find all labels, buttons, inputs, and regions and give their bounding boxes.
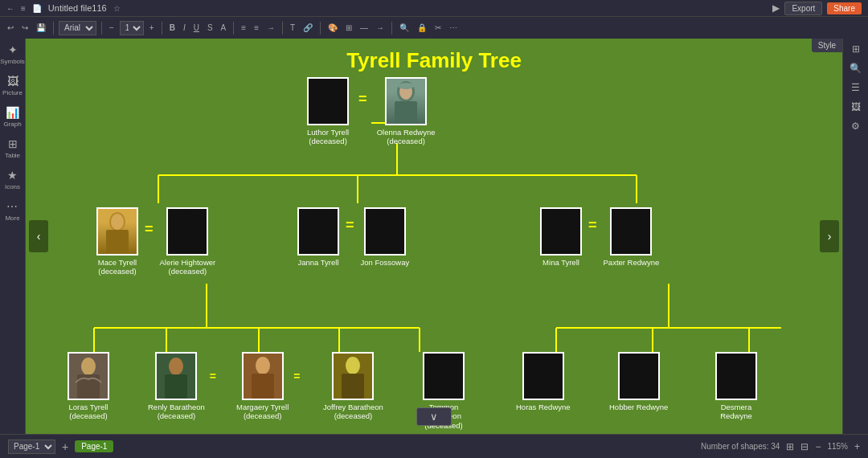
mina-silhouette [542,209,580,254]
right-sidebar-icon5[interactable]: ⚙ [851,121,860,132]
sidebar-item-picture[interactable]: 🖼 Picture [2,75,23,96]
crop-btn[interactable]: ✂ [432,22,444,33]
link-btn[interactable]: 🔗 [301,22,315,33]
sidebar-item-table[interactable]: ⊞ Table [5,137,20,159]
zoom-level: 115% [827,442,848,451]
align2-btn[interactable]: ⊞ [343,22,354,33]
line-btn[interactable]: — [358,22,371,33]
file-icon: 📄 [32,4,42,13]
strike-btn[interactable]: S [205,22,215,33]
align-btn[interactable]: ≡ [239,22,248,33]
more-icon: ⋯ [6,200,18,213]
list-btn[interactable]: ≡ [252,22,261,33]
right-sidebar-icon4[interactable]: 🖼 [851,101,861,112]
renly-name: Renly Baratheon(deceased) [148,403,205,421]
person-paxter: Paxter Redwyne [604,207,660,267]
star-icon[interactable]: ☆ [113,4,121,13]
tommon-photo [423,352,465,400]
desmera-photo [715,352,757,400]
gen2-margaery-group: Margaery Tyrell(deceased) = [236,352,303,421]
share-button[interactable]: Share [827,2,862,14]
next-arrow[interactable]: › [820,220,839,252]
fit-icon[interactable]: ⊞ [786,441,794,452]
graph-icon: 📊 [6,106,19,119]
sidebar-item-graph[interactable]: 📊 Graph [3,106,21,128]
font-select[interactable]: Arial [59,21,96,35]
paxter-name: Paxter Redwyne [604,258,660,267]
jon-photo [364,207,406,256]
right-sidebar-icon2[interactable]: 🔍 [850,63,862,74]
underline-btn[interactable]: U [191,22,202,33]
mina-name: Mina Tyrell [542,258,579,267]
lock-btn[interactable]: 🔒 [415,22,429,33]
sidebar-item-icons[interactable]: ★ Icons [5,169,20,190]
font-color-btn[interactable]: A [219,22,229,33]
indent-btn[interactable]: → [264,22,277,33]
paxter-silhouette [612,209,650,254]
person-desmera: Desmera Redwyne [704,352,768,421]
text-btn[interactable]: T [288,22,297,33]
loras-name: Loras Tyrell(deceased) [69,403,108,421]
renly-photo [155,352,197,400]
page-select[interactable]: Page-1 [8,440,55,454]
sidebar-item-symbols[interactable]: ✦ Symbols [0,43,25,65]
more-format-btn[interactable]: ⋯ [447,22,460,33]
gen1-equals2: = [346,217,354,234]
gen2-equals1: = [210,370,216,382]
page-tab[interactable]: Page-1 [75,440,113,452]
save-btn[interactable]: 💾 [34,22,48,33]
fill-btn[interactable]: 🎨 [326,22,340,33]
right-sidebar: ⊞ 🔍 ☰ 🖼 ⚙ [842,39,868,434]
sidebar-item-more[interactable]: ⋯ More [5,200,19,222]
person-hobber: Hobber Redwyne [609,352,668,411]
style-tab[interactable]: Style [812,39,842,52]
zoom-out-icon[interactable]: − [815,441,821,452]
right-sidebar-icon1[interactable]: ⊞ [852,43,860,55]
font-size-inc[interactable]: + [147,22,157,33]
svg-point-26 [111,214,124,230]
luthor-name: Luthor Tyrell(deceased) [307,128,349,146]
add-page-btn[interactable]: + [62,440,68,453]
redo-btn[interactable]: ↪ [19,22,31,33]
margaery-name: Margaery Tyrell(deceased) [236,403,289,421]
svg-rect-37 [165,374,187,399]
play-button[interactable]: ▶ [772,2,780,14]
picture-icon: 🖼 [7,75,18,88]
desmera-name: Desmera Redwyne [704,403,768,421]
expand-button[interactable]: ∨ [416,407,452,426]
zoom-in-icon[interactable]: + [854,441,860,452]
zoom-btn[interactable]: 🔍 [397,22,411,33]
font-size-select[interactable]: 12 [120,21,144,35]
undo-btn[interactable]: ↩ [5,22,16,33]
menu-icon[interactable]: ≡ [21,4,26,13]
svg-rect-21 [395,101,417,124]
top-bar: ← ≡ 📄 Untitled file116 ☆ ▶ Export Share [0,0,868,16]
prev-arrow[interactable]: ‹ [29,220,48,252]
svg-rect-43 [342,374,364,399]
svg-rect-40 [252,374,274,399]
jon-name: Jon Fossoway [361,258,410,267]
svg-point-33 [81,358,96,375]
svg-point-39 [256,357,270,374]
svg-point-36 [169,358,183,375]
paxter-photo [610,207,652,256]
symbols-icon: ✦ [8,43,18,56]
arrow-btn[interactable]: → [374,22,387,33]
gen0-equals: = [358,91,367,108]
font-size-dec[interactable]: − [107,22,117,33]
svg-rect-34 [77,374,100,399]
tommon-silhouette [424,354,463,399]
expand-area: ∨ [416,407,452,426]
alerie-photo [166,207,208,256]
svg-point-27 [180,212,194,230]
bottom-right: Number of shapes: 34 ⊞ ⊟ − 115% + [701,441,860,452]
svg-point-46 [632,357,646,374]
export-button[interactable]: Export [784,2,822,15]
back-icon[interactable]: ← [6,4,14,13]
bold-btn[interactable]: B [167,22,178,33]
layout-icon[interactable]: ⊟ [800,441,809,452]
italic-btn[interactable]: I [181,22,188,33]
mace-photo [96,207,138,256]
svg-rect-23 [398,83,414,89]
right-sidebar-icon3[interactable]: ☰ [851,82,860,93]
